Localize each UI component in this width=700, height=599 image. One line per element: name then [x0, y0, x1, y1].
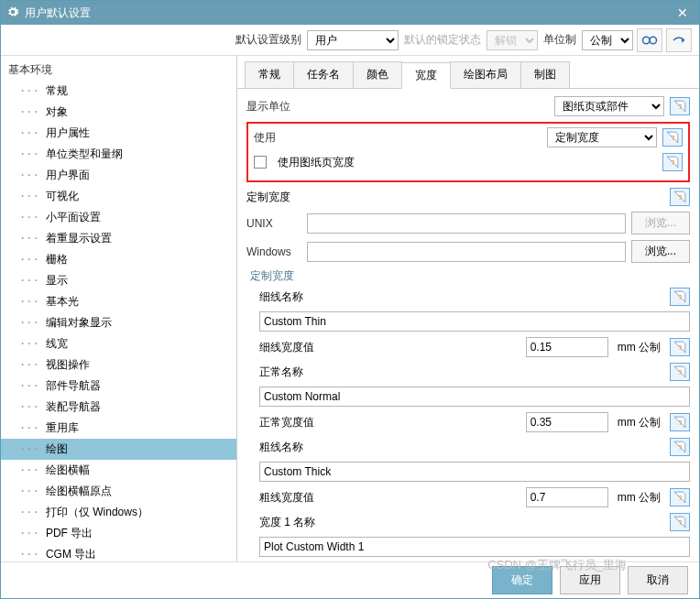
close-icon[interactable]: ✕	[672, 5, 694, 20]
windows-label: Windows	[246, 245, 301, 258]
link-icon[interactable]	[666, 28, 692, 52]
width1-name-input[interactable]	[259, 537, 690, 557]
tab[interactable]: 颜色	[353, 61, 402, 88]
nav-tree[interactable]: 基本环境··· 常规··· 对象··· 用户属性··· 单位类型和量纲··· 用…	[1, 56, 237, 561]
help-icon[interactable]: ?	[670, 338, 690, 356]
unit-suffix: mm 公制	[618, 490, 661, 506]
unix-label: UNIX	[246, 217, 301, 230]
unit-select[interactable]: 公制	[582, 30, 633, 50]
tree-item[interactable]: ··· 用户界面	[1, 165, 236, 186]
use-drawing-width-label: 使用图纸页宽度	[278, 155, 355, 170]
tab-content: 显示单位 图纸页或部件 ? 使用 定制宽度 ? 使用图纸页宽度	[237, 89, 699, 561]
tree-item[interactable]: ··· 打印（仅 Windows）	[1, 502, 236, 523]
tab[interactable]: 任务名	[293, 61, 354, 88]
tree-item[interactable]: ··· 重用库	[1, 418, 236, 439]
unit-suffix: mm 公制	[618, 415, 661, 430]
svg-text:?: ?	[678, 103, 682, 110]
thick-width-label: 粗线宽度值	[259, 490, 314, 506]
unix-input[interactable]	[307, 213, 626, 234]
svg-text:?: ?	[678, 444, 682, 451]
tab[interactable]: 常规	[245, 61, 294, 88]
help-icon[interactable]: ?	[670, 288, 690, 306]
help-icon[interactable]: ?	[670, 188, 690, 206]
windows-browse-button[interactable]: 浏览...	[631, 240, 690, 263]
display-unit-label: 显示单位	[246, 99, 329, 114]
tree-item[interactable]: ··· 单位类型和量纲	[1, 144, 236, 165]
tree-item[interactable]: ··· 栅格	[1, 249, 236, 270]
tree-item[interactable]: ··· 线宽	[1, 333, 236, 354]
help-icon[interactable]: ?	[662, 153, 683, 171]
display-unit-select[interactable]: 图纸页或部件	[554, 96, 664, 116]
svg-point-1	[650, 37, 657, 44]
tree-item[interactable]: ··· PDF 导出	[1, 523, 236, 544]
tree-item[interactable]: ··· 对象	[1, 102, 236, 123]
apply-button[interactable]: 应用	[560, 566, 620, 594]
normal-width-label: 正常宽度值	[259, 415, 314, 430]
svg-text:?: ?	[678, 194, 682, 201]
svg-text:?: ?	[678, 294, 682, 300]
main-panel: 常规任务名颜色宽度绘图布局制图 显示单位 图纸页或部件 ? 使用 定制宽度 ?	[237, 56, 699, 561]
tab[interactable]: 制图	[520, 61, 570, 88]
thick-name-label: 粗线名称	[259, 440, 303, 455]
tree-item[interactable]: ··· CGM 导出	[1, 544, 236, 561]
window-title: 用户默认设置	[25, 5, 672, 21]
tree-item[interactable]: ··· 部件导航器	[1, 376, 236, 397]
svg-text:?: ?	[671, 135, 674, 141]
level-select[interactable]: 用户	[307, 30, 399, 50]
help-icon[interactable]: ?	[670, 413, 690, 431]
tree-item[interactable]: ··· 可视化	[1, 186, 236, 207]
ok-button[interactable]: 确定	[492, 566, 552, 594]
tree-item[interactable]: ··· 绘图	[1, 439, 236, 460]
use-label: 使用	[254, 130, 336, 146]
tree-item[interactable]: ··· 显示	[1, 270, 236, 291]
tree-item[interactable]: ··· 常规	[1, 81, 236, 102]
thin-width-input[interactable]	[526, 337, 608, 357]
highlighted-section: 使用 定制宽度 ? 使用图纸页宽度 ?	[246, 122, 690, 182]
help-icon[interactable]: ?	[662, 128, 683, 147]
dialog-footer: 确定 应用 取消	[1, 561, 699, 598]
svg-text:?: ?	[671, 159, 674, 166]
normal-name-label: 正常名称	[259, 365, 303, 380]
thick-name-input[interactable]	[259, 462, 690, 482]
svg-text:?: ?	[678, 419, 682, 426]
svg-point-0	[643, 37, 651, 44]
tree-item[interactable]: ··· 视图操作	[1, 354, 236, 376]
use-drawing-width-checkbox[interactable]	[254, 156, 267, 169]
display-unit-row: 显示单位 图纸页或部件 ?	[246, 96, 690, 116]
body: 基本环境··· 常规··· 对象··· 用户属性··· 单位类型和量纲··· 用…	[1, 56, 699, 561]
cancel-button[interactable]: 取消	[628, 566, 688, 594]
unit-label: 单位制	[543, 32, 576, 48]
help-icon[interactable]: ?	[670, 488, 690, 506]
normal-width-input[interactable]	[526, 412, 608, 432]
tree-root[interactable]: 基本环境	[1, 60, 236, 81]
tree-item[interactable]: ··· 用户属性	[1, 123, 236, 144]
svg-text:?: ?	[678, 495, 682, 501]
tree-item[interactable]: ··· 编辑对象显示	[1, 312, 236, 333]
settings-dialog: 用户默认设置 ✕ 默认设置级别 用户 默认的锁定状态 解锁 单位制 公制 基本环…	[0, 0, 700, 599]
search-icon[interactable]	[637, 28, 662, 52]
tab[interactable]: 宽度	[401, 62, 451, 89]
tree-item[interactable]: ··· 绘图横幅	[1, 460, 236, 481]
tree-item[interactable]: ··· 绘图横幅原点	[1, 481, 236, 502]
inner-section-label: 定制宽度	[250, 268, 690, 284]
tree-item[interactable]: ··· 基本光	[1, 291, 236, 312]
svg-text:?: ?	[678, 519, 682, 526]
tree-item[interactable]: ··· 小平面设置	[1, 207, 236, 228]
use-select[interactable]: 定制宽度	[547, 127, 657, 147]
titlebar: 用户默认设置 ✕	[1, 1, 699, 25]
windows-input[interactable]	[307, 242, 626, 262]
tree-item[interactable]: ··· 着重显示设置	[1, 228, 236, 249]
lock-select: 解锁	[487, 30, 538, 50]
svg-text:?: ?	[678, 369, 682, 376]
thin-name-input[interactable]	[259, 311, 690, 332]
thick-width-input[interactable]	[526, 487, 608, 507]
help-icon[interactable]: ?	[670, 438, 690, 456]
tree-item[interactable]: ··· 装配导航器	[1, 397, 236, 418]
tab[interactable]: 绘图布局	[450, 61, 521, 88]
unit-suffix: mm 公制	[618, 340, 661, 355]
width1-name-label: 宽度 1 名称	[259, 515, 315, 530]
normal-name-input[interactable]	[259, 387, 690, 407]
help-icon[interactable]: ?	[670, 513, 690, 531]
help-icon[interactable]: ?	[670, 97, 690, 115]
help-icon[interactable]: ?	[670, 363, 690, 381]
